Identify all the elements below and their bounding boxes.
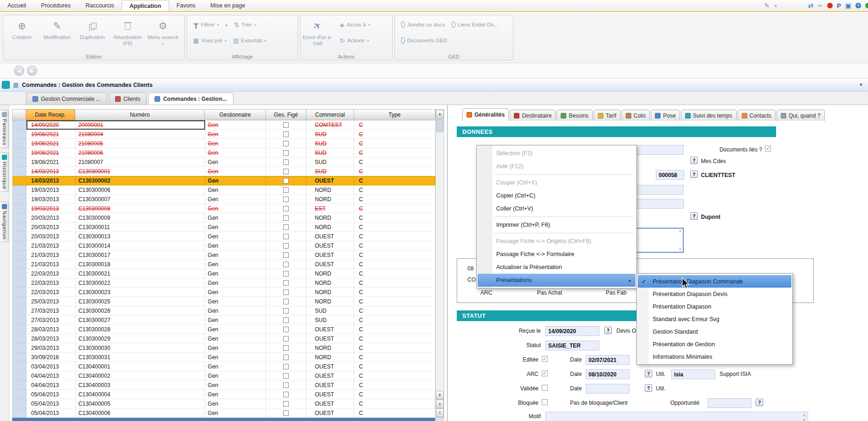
table-row[interactable]: 25/03/2013C130300025GenNORDC xyxy=(13,297,435,306)
panel-tab-suivi-des-temps[interactable]: Suivi des temps xyxy=(681,110,737,121)
table-row[interactable]: 21/03/2013C130300018GenOUESTC xyxy=(13,260,435,269)
document-tab-gestion-commerciale[interactable]: Gestion Commerciale ... xyxy=(26,92,107,105)
row-selector[interactable] xyxy=(13,185,26,195)
scroll-up-button[interactable]: ▲ xyxy=(436,110,444,118)
panel-tab-colis[interactable]: Colis xyxy=(622,110,650,121)
column-header-ges-fige[interactable]: Ges. Figé xyxy=(266,109,306,120)
row-selector[interactable] xyxy=(13,213,26,223)
arc-date-field[interactable]: 08/10/2020 xyxy=(586,369,629,379)
panel-tab-tarif[interactable]: Tarif xyxy=(594,110,621,121)
table-row[interactable]: 20/03/2013C130300009GenNORDC xyxy=(13,213,435,223)
editee-checkbox[interactable] xyxy=(542,356,548,362)
table-row[interactable]: 19/08/202121080004GenSUDC xyxy=(13,130,435,139)
submenu-item-gestion-standard[interactable]: Gestion Standard xyxy=(638,325,791,338)
ges-fige-checkbox[interactable] xyxy=(283,327,289,332)
row-selector[interactable] xyxy=(13,269,26,278)
ges-fige-checkbox[interactable] xyxy=(283,252,289,258)
row-selector[interactable] xyxy=(13,362,26,371)
ges-fige-checkbox[interactable] xyxy=(283,122,289,128)
sidebar-tab-historique[interactable]: Historique xyxy=(0,152,9,192)
table-row[interactable]: 14/09/202020090001GenCOMTESTC xyxy=(13,120,435,130)
reactivation-button[interactable]: Réactivation (F6) xyxy=(110,17,145,53)
menu-item-passage-fiche-formulaire[interactable]: Passage Fiche <-> Formulaire xyxy=(478,248,635,261)
red-circle-icon[interactable] xyxy=(827,3,833,8)
row-selector[interactable] xyxy=(13,250,26,260)
table-row[interactable]: 05/04/2013C130400006GenOUESTC xyxy=(13,408,435,418)
sync-icon[interactable]: ⇄ xyxy=(808,2,814,9)
scroll-page-end-button[interactable]: ↡ xyxy=(436,400,444,408)
panel-tab-besoins[interactable]: Besoins xyxy=(557,110,593,121)
ges-fige-checkbox[interactable] xyxy=(283,262,289,267)
menu-item-aide-f12[interactable]: Aide (F12) xyxy=(478,160,635,173)
filter-button[interactable]: Filtrer▾ xyxy=(191,20,221,30)
recue-le-field[interactable]: 14/09/2020 xyxy=(545,326,599,336)
validee-checkbox[interactable] xyxy=(542,385,548,391)
help-button[interactable]: ? xyxy=(645,384,652,392)
close-icon[interactable]: × xyxy=(774,3,777,9)
ges-fige-checkbox[interactable] xyxy=(283,215,289,221)
arc-checkbox[interactable] xyxy=(542,370,548,376)
bloquee-checkbox[interactable] xyxy=(542,399,548,405)
table-row[interactable]: 20/03/2013C130300011GenNORDC xyxy=(13,223,435,232)
duplication-button[interactable]: Duplication xyxy=(75,17,110,53)
scroll-down-icon[interactable]: ∨ xyxy=(803,418,805,421)
panel-tab-contacts[interactable]: Contacts xyxy=(738,110,776,121)
client-number-field[interactable]: 000058 xyxy=(656,170,684,180)
sort-asc-button[interactable]: ▴ xyxy=(223,20,230,30)
row-selector[interactable] xyxy=(13,223,26,232)
back-button[interactable]: ◀ xyxy=(14,66,24,76)
scroll-down-icon[interactable]: ∨ xyxy=(679,247,681,251)
row-selector[interactable] xyxy=(13,232,26,241)
vertical-scrollbar[interactable]: ▲ ▼ ↡ ↧ xyxy=(435,109,444,418)
table-row[interactable]: 29/03/2013C130300030GenNORDC xyxy=(13,343,435,353)
ges-fige-checkbox[interactable] xyxy=(283,410,289,416)
submenu-item-standard-avec-erreur-svg[interactable]: Standard avec Erreur Svg xyxy=(638,313,791,325)
send-email-button[interactable]: ✈Envoi d'un e-mail xyxy=(301,17,334,53)
column-header-type[interactable]: Type xyxy=(354,109,435,120)
submenu-item-informations-minimales[interactable]: Informations Minimales xyxy=(638,350,791,363)
ribbon-tab-favoris[interactable]: Favoris xyxy=(169,0,203,11)
sidebar-tab-navigation[interactable]: Navigation xyxy=(0,202,9,242)
ges-fige-checkbox[interactable] xyxy=(283,392,289,397)
select-column-header[interactable] xyxy=(12,109,26,120)
ges-fige-checkbox[interactable] xyxy=(283,206,289,211)
table-row[interactable]: 14/03/2013C130300001GenSUDC xyxy=(13,167,435,176)
row-selector[interactable] xyxy=(13,130,26,139)
chevron-down-icon[interactable]: ▼ xyxy=(859,82,863,87)
row-selector[interactable] xyxy=(13,297,26,306)
ges-fige-checkbox[interactable] xyxy=(283,234,289,239)
table-row[interactable]: 04/04/2013C130400002GenOUESTC xyxy=(13,371,435,381)
scroll-up-icon[interactable]: ∧ xyxy=(803,414,805,417)
preset-views-button[interactable]: ▦Vues pré▾ xyxy=(191,35,229,46)
help-button[interactable]: ? xyxy=(690,212,698,220)
menu-item-imprimer-ctrl-p-f6[interactable]: Imprimer (Ctrl+P, F6) xyxy=(478,218,635,231)
row-selector[interactable] xyxy=(13,306,26,316)
table-row[interactable]: 28/03/2013C130300028GenOUESTC xyxy=(13,325,435,334)
help-button[interactable]: ? xyxy=(690,171,698,178)
column-header-numero[interactable]: Numéro xyxy=(75,109,205,120)
row-selector[interactable] xyxy=(13,343,26,353)
panel-tab-destinataire[interactable]: Destinataire xyxy=(510,110,556,121)
table-row[interactable]: 19/03/2013C130300008GenESTC xyxy=(13,204,435,213)
panel-tab-pose[interactable]: Pose xyxy=(651,110,680,121)
ges-fige-checkbox[interactable] xyxy=(283,271,289,276)
green-circle-icon[interactable] xyxy=(865,3,868,8)
ribbon-tab-mise-en-page[interactable]: Mise en page xyxy=(203,0,253,11)
table-row[interactable]: 27/03/2013C130300026GenSUDC xyxy=(13,306,435,316)
ges-fige-checkbox[interactable] xyxy=(283,150,289,156)
arc-util-field[interactable]: isia xyxy=(671,369,715,379)
table-row[interactable]: 27/03/2013C130300027GenSUDC xyxy=(13,316,435,325)
stamp-icon[interactable]: ✑ xyxy=(817,2,823,9)
row-selector[interactable] xyxy=(13,316,26,325)
submenu-item-presentation-diapason-devis[interactable]: Présentation Diapason Devis xyxy=(638,288,791,300)
table-row[interactable]: 19/03/2013C130300006GenNORDC xyxy=(13,185,435,195)
ges-fige-checkbox[interactable] xyxy=(283,317,289,323)
opportunite-field[interactable] xyxy=(708,398,751,408)
ges-fige-checkbox[interactable] xyxy=(283,132,289,137)
panel-tab-qui-quand[interactable]: Qui, quand ? xyxy=(777,110,825,121)
row-selector[interactable] xyxy=(13,408,26,418)
export-button[interactable]: ▤Exportati▾ xyxy=(231,35,269,46)
table-row[interactable]: 19/08/202121080005GenSUDC xyxy=(13,139,435,148)
table-row[interactable]: 30/09/2016C130300031GenNORDC xyxy=(13,353,435,362)
table-row[interactable]: 28/03/2013C130300029GenOUESTC xyxy=(13,334,435,343)
